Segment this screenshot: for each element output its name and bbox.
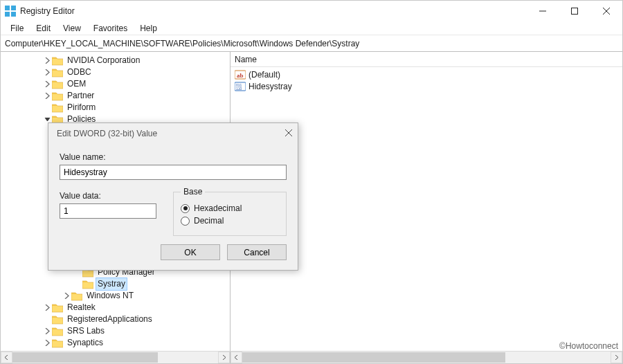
close-button[interactable]: [590, 1, 622, 21]
tree-item[interactable]: SRS Labs: [1, 325, 230, 337]
tree-item-label: ODBC: [66, 66, 93, 78]
folder-icon: [82, 279, 93, 290]
radio-icon: [181, 204, 190, 213]
folder-icon: [52, 338, 63, 349]
tree-item-label: Systray: [96, 278, 127, 290]
chevron-right-icon[interactable]: [42, 328, 52, 334]
tree-item[interactable]: NVIDIA Corporation: [1, 55, 230, 66]
titlebar: Registry Editor: [1, 1, 622, 21]
window-title: Registry Editor: [20, 6, 75, 16]
folder-icon: [52, 326, 63, 337]
tree-item[interactable]: ODBC: [1, 66, 230, 78]
minimize-button[interactable]: [527, 1, 559, 21]
menu-favorites[interactable]: Favorites: [88, 22, 133, 35]
scroll-right-button[interactable]: [218, 352, 230, 363]
tree-hscroll-thumb[interactable]: [12, 352, 158, 363]
tree-item-label: Partner: [66, 90, 96, 102]
tree-item-label: Realtek: [66, 302, 97, 313]
chevron-right-icon[interactable]: [42, 304, 52, 311]
radio-hexadecimal[interactable]: Hexadecimal: [181, 203, 279, 213]
maximize-button[interactable]: [559, 1, 590, 21]
folder-icon: [52, 302, 63, 313]
svg-rect-1: [11, 6, 16, 10]
dialog-close-button[interactable]: [285, 129, 292, 138]
menubar: File Edit View Favorites Help: [1, 21, 622, 35]
tree-item[interactable]: Realtek: [1, 302, 230, 313]
edit-dword-dialog: Edit DWORD (32-bit) Value Value name: Va…: [48, 122, 298, 271]
svg-rect-0: [5, 6, 10, 10]
tree-item-label: Windows NT: [85, 290, 135, 302]
tree-item[interactable]: Partner: [1, 90, 230, 102]
tree-item-label: NVIDIA Corporation: [66, 55, 141, 66]
tree-item[interactable]: Synaptics: [1, 337, 230, 349]
menu-view[interactable]: View: [57, 22, 87, 35]
tree-item[interactable]: OEM: [1, 78, 230, 90]
tree-item[interactable]: Piriform: [1, 102, 230, 113]
tree-item-label: Synaptics: [66, 337, 105, 349]
base-fieldset: Base Hexadecimal Decimal: [173, 187, 287, 236]
tree-item[interactable]: Systray: [1, 278, 230, 290]
tree-item[interactable]: Windows NT: [1, 290, 230, 302]
dialog-title: Edit DWORD (32-bit) Value: [57, 129, 157, 138]
address-bar[interactable]: Computer\HKEY_LOCAL_MACHINE\SOFTWARE\Pol…: [1, 35, 622, 52]
value-name: (Default): [249, 70, 280, 80]
menu-help[interactable]: Help: [134, 22, 163, 35]
address-path: Computer\HKEY_LOCAL_MACHINE\SOFTWARE\Pol…: [5, 39, 359, 48]
value-name-label: Value name:: [60, 152, 287, 162]
scroll-right-button[interactable]: [611, 352, 622, 363]
value-data-label: Value data:: [60, 191, 156, 201]
scroll-left-button[interactable]: [231, 352, 242, 363]
list-item[interactable]: Hidesystray: [235, 80, 618, 92]
tree-item[interactable]: RegisteredApplications: [1, 313, 230, 325]
list-hscroll[interactable]: [231, 351, 622, 363]
folder-icon: [52, 314, 63, 325]
tree-item-label: Piriform: [66, 102, 97, 113]
radio-icon: [181, 217, 190, 226]
folder-icon: [52, 55, 63, 66]
menu-file[interactable]: File: [5, 22, 29, 35]
chevron-right-icon[interactable]: [42, 81, 52, 87]
menu-edit[interactable]: Edit: [30, 22, 56, 35]
radio-dec-label: Decimal: [194, 216, 224, 226]
regedit-icon: [5, 6, 16, 17]
value-name: Hidesystray: [249, 82, 292, 91]
folder-icon: [52, 67, 63, 78]
tree-item-label: RegisteredApplications: [66, 313, 154, 325]
chevron-right-icon[interactable]: [42, 57, 52, 64]
list-header-name[interactable]: Name: [231, 52, 622, 67]
folder-icon: [52, 79, 63, 90]
list-hscroll-track[interactable]: [242, 352, 611, 363]
chevron-right-icon[interactable]: [42, 93, 52, 99]
horizontal-scrollbars: [1, 351, 622, 363]
value-data-input[interactable]: [60, 203, 156, 219]
svg-rect-5: [572, 8, 578, 15]
scroll-left-button[interactable]: [1, 352, 12, 363]
value-name-input[interactable]: [60, 165, 287, 180]
tree-item-label: SRS Labs: [66, 325, 106, 337]
list-item[interactable]: (Default): [235, 69, 618, 80]
value-list[interactable]: (Default)Hidesystray: [231, 67, 622, 93]
tree-hscroll-track[interactable]: [12, 352, 218, 363]
radio-decimal[interactable]: Decimal: [181, 216, 279, 226]
svg-rect-3: [11, 12, 16, 17]
watermark: ©Howtoconnect: [559, 341, 618, 351]
chevron-right-icon[interactable]: [62, 293, 71, 299]
chevron-down-icon[interactable]: [42, 116, 52, 122]
base-legend: Base: [181, 187, 205, 197]
folder-icon: [52, 102, 63, 113]
list-hscroll-thumb[interactable]: [242, 352, 505, 363]
svg-rect-2: [5, 12, 10, 17]
chevron-right-icon[interactable]: [42, 340, 52, 346]
tree-hscroll[interactable]: [1, 351, 231, 363]
folder-icon: [52, 91, 63, 102]
folder-icon: [71, 291, 82, 302]
radio-hex-label: Hexadecimal: [194, 203, 242, 213]
dword-value-icon: [235, 81, 246, 92]
chevron-right-icon[interactable]: [42, 69, 52, 75]
cancel-button[interactable]: Cancel: [227, 244, 287, 260]
tree-item-label: OEM: [66, 78, 87, 90]
string-value-icon: [235, 69, 246, 80]
ok-button[interactable]: OK: [161, 244, 220, 260]
